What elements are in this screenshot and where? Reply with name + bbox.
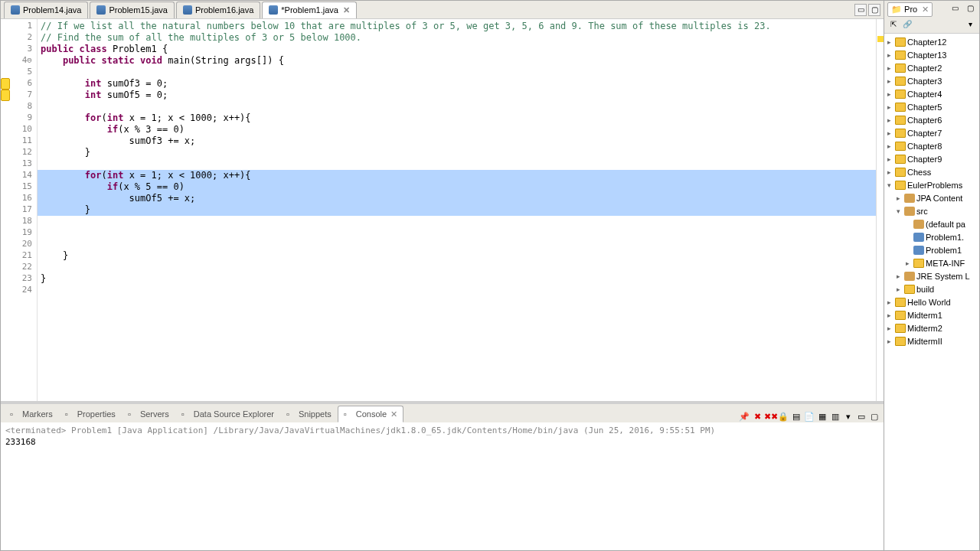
clear-console-button[interactable]: 📄 [803,410,815,422]
tree-item-chapter4[interactable]: ▸Chapter4 [884,87,979,100]
tree-expand-icon[interactable]: ▸ [887,155,895,163]
tree-item-chapter7[interactable]: ▸Chapter7 [884,126,979,139]
tree-expand-icon[interactable]: ▸ [887,298,895,306]
tree-item-meta-inf[interactable]: ▸META-INF [884,256,979,269]
bottom-tab-data-source-explorer[interactable]: ▫Data Source Explorer [175,406,280,422]
tree-expand-icon[interactable]: ▸ [887,38,895,46]
tree-expand-icon[interactable]: ▸ [897,272,904,280]
close-tab-icon[interactable]: ✕ [343,5,350,15]
bottom-tab-servers[interactable]: ▫Servers [122,406,175,422]
code-line[interactable]: if(x % 5 == 0) [38,181,876,193]
tree-item-eulerproblems[interactable]: ▾EulerProblems [884,178,979,191]
line-number[interactable]: 17 [10,204,37,216]
code-line[interactable]: int sumOf5 = 0; [38,90,876,101]
line-number[interactable]: 1 [10,21,37,32]
tree-item-midtermii[interactable]: ▸MidtermII [884,334,979,347]
line-number[interactable]: 13 [10,158,37,170]
maximize-view-button[interactable]: ▢ [868,4,880,16]
collapse-all-button[interactable]: ⇱ [887,20,900,31]
scroll-lock-button[interactable]: 🔒 [777,410,789,422]
tree-item-chapter8[interactable]: ▸Chapter8 [884,139,979,152]
tree-item-chess[interactable]: ▸Chess [884,165,979,178]
project-explorer-tab[interactable]: 📁 Pro ✕ [887,2,933,17]
right-minimize-button[interactable]: ▭ [949,4,961,15]
tree-item-problem1[interactable]: Problem1 [884,243,979,256]
line-number[interactable]: 9 [10,112,37,124]
warning-marker-icon[interactable] [1,78,10,90]
tree-item-jpa-content[interactable]: ▸JPA Content [884,191,979,204]
line-number[interactable]: 2 [10,32,37,44]
code-line[interactable]: // Find the sum of all the multiples of … [38,32,876,44]
pin-console-button[interactable]: 📌 [738,410,750,422]
code-editor[interactable]: 1234⊖56789101112131415161718192021222324… [1,19,884,401]
maximize-bottom-button[interactable]: ▢ [868,410,880,422]
code-line[interactable]: if(x % 3 == 0) [38,124,876,135]
tree-item-chapter3[interactable]: ▸Chapter3 [884,74,979,87]
line-number[interactable]: 12 [10,147,37,158]
tree-item-chapter6[interactable]: ▸Chapter6 [884,113,979,126]
minimize-view-button[interactable]: ▭ [854,4,867,16]
line-number[interactable]: 18 [10,216,37,227]
code-line[interactable]: public static void main(String args[]) { [38,55,876,67]
tree-expand-icon[interactable]: ▸ [887,168,895,176]
tree-expand-icon[interactable]: ▸ [887,324,895,332]
right-maximize-button[interactable]: ▢ [964,4,976,15]
line-number[interactable]: 15 [10,181,37,193]
minimize-bottom-button[interactable]: ▭ [855,410,867,422]
tree-expand-icon[interactable]: ▸ [887,64,895,72]
editor-tab-0[interactable]: Problem14.java [4,2,88,18]
line-number[interactable]: 22 [10,262,37,273]
line-number[interactable]: 5 [10,67,37,78]
code-line[interactable] [38,101,876,112]
tree-expand-icon[interactable]: ▾ [887,181,895,189]
line-number[interactable]: 11 [10,135,37,147]
tree-expand-icon[interactable]: ▸ [887,51,895,59]
code-line[interactable]: sumOf5 += x; [38,193,876,204]
tree-item-chapter9[interactable]: ▸Chapter9 [884,152,979,165]
line-number[interactable]: 8 [10,101,37,112]
bottom-tab-console[interactable]: ▫Console✕ [338,406,403,422]
tree-item-build[interactable]: ▸build [884,282,979,295]
line-number[interactable]: 24 [10,285,37,296]
close-icon[interactable]: ✕ [922,5,929,14]
tree-expand-icon[interactable]: ▸ [906,259,913,267]
line-number[interactable]: 7 [10,90,37,101]
line-number[interactable]: 14 [10,170,37,181]
code-line[interactable]: } [38,204,876,216]
code-line[interactable] [38,67,876,78]
tree-item-chapter13[interactable]: ▸Chapter13 [884,48,979,61]
tree-item-chapter12[interactable]: ▸Chapter12 [884,35,979,48]
tree-item-chapter5[interactable]: ▸Chapter5 [884,100,979,113]
view-menu-button[interactable]: ▾ [964,20,976,31]
code-line[interactable] [38,216,876,227]
overview-ruler[interactable] [876,19,884,401]
line-number[interactable]: 6 [10,78,37,90]
tree-item-src[interactable]: ▾src [884,204,979,217]
code-line[interactable]: } [38,273,876,285]
line-number[interactable]: 4⊖ [10,55,37,67]
code-line[interactable]: } [38,250,876,262]
project-tree[interactable]: ▸Chapter12▸Chapter13▸Chapter2▸Chapter3▸C… [884,34,979,550]
console-output[interactable]: <terminated> Problem1 [Java Application]… [1,422,884,550]
code-line[interactable]: } [38,147,876,158]
editor-tab-1[interactable]: Problem15.java [90,2,174,18]
code-line[interactable]: int sumOf3 = 0; [38,78,876,90]
line-number[interactable]: 10 [10,124,37,135]
remove-all-launches-button[interactable]: ✖✖ [764,410,776,422]
tree-expand-icon[interactable]: ▸ [887,90,895,98]
show-console-button[interactable]: ▤ [790,410,802,422]
tree-expand-icon[interactable]: ▸ [887,311,895,319]
tree-item-chapter2[interactable]: ▸Chapter2 [884,61,979,74]
display-selected-button[interactable]: ▥ [829,410,841,422]
line-number[interactable]: 16 [10,193,37,204]
code-line[interactable] [38,239,876,250]
code-line[interactable] [38,158,876,170]
tree-item-problem1-[interactable]: Problem1. [884,230,979,243]
tree-item-jre-system-l[interactable]: ▸JRE System L [884,269,979,282]
tree-expand-icon[interactable]: ▸ [887,129,895,137]
line-number[interactable]: 21 [10,250,37,262]
tree-item-midterm2[interactable]: ▸Midterm2 [884,321,979,334]
line-number[interactable]: 23 [10,273,37,285]
tree-expand-icon[interactable]: ▸ [887,103,895,111]
editor-tab-2[interactable]: Problem16.java [176,2,260,18]
